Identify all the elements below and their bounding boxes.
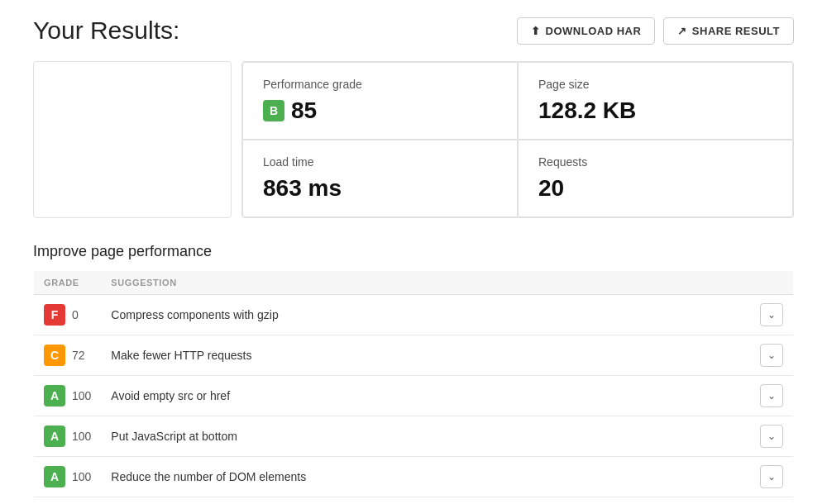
table-row: A 100 Make favicon small and cacheable⌄	[34, 497, 794, 505]
table-row: A 100 Reduce the number of DOM elements⌄	[34, 457, 794, 497]
requests-cell: Requests 20	[518, 140, 793, 217]
expand-cell: ⌄	[750, 457, 794, 497]
performance-grade-cell: Performance grade B 85	[242, 62, 518, 140]
performance-grade-badge: B	[263, 100, 284, 121]
table-row: C 72 Make fewer HTTP requests⌄	[34, 335, 794, 376]
expand-row-button[interactable]: ⌄	[760, 344, 783, 367]
grade-cell: A 100	[34, 497, 102, 505]
requests-value: 20	[538, 175, 772, 202]
expand-row-button[interactable]: ⌄	[760, 465, 783, 488]
load-time-label: Load time	[263, 155, 497, 169]
expand-cell: ⌄	[750, 497, 794, 505]
suggestion-cell: Compress components with gzip	[101, 295, 750, 335]
suggestion-column-header: SUGGESTION	[101, 271, 750, 295]
table-header-row: GRADE SUGGESTION	[34, 271, 794, 295]
grade-cell: A 100	[34, 376, 102, 416]
row-suggestion: Avoid empty src or href	[111, 389, 230, 402]
table-row: A 100 Put JavaScript at bottom⌄	[34, 416, 794, 457]
row-score: 100	[72, 389, 91, 402]
metrics-container: Performance grade B 85 Page size 128.2 K…	[33, 61, 794, 218]
grade-badge: A	[44, 426, 65, 447]
expand-cell: ⌄	[750, 295, 794, 335]
requests-label: Requests	[538, 155, 772, 169]
suggestion-cell: Avoid empty src or href	[101, 376, 750, 416]
expand-row-button[interactable]: ⌄	[760, 384, 783, 407]
share-icon: ↗	[677, 25, 687, 37]
share-result-button[interactable]: ↗ SHARE RESULT	[663, 17, 794, 45]
expand-cell: ⌄	[750, 376, 794, 416]
grade-cell: A 100	[34, 416, 102, 457]
suggestion-cell: Make favicon small and cacheable	[101, 497, 750, 505]
expand-column-header	[750, 271, 794, 295]
row-score: 100	[72, 470, 91, 483]
page-title: Your Results:	[33, 17, 179, 45]
suggestion-cell: Make fewer HTTP requests	[101, 335, 750, 376]
share-result-label: SHARE RESULT	[692, 25, 780, 37]
table-row: A 100 Avoid empty src or href⌄	[34, 376, 794, 416]
row-score: 72	[72, 349, 85, 362]
table-row: F 0 Compress components with gzip⌄	[34, 295, 794, 335]
grade-badge: A	[44, 385, 65, 407]
row-suggestion: Put JavaScript at bottom	[111, 430, 237, 443]
suggestion-cell: Put JavaScript at bottom	[101, 416, 750, 457]
grade-cell: C 72	[34, 335, 102, 376]
row-score: 0	[72, 308, 79, 321]
upload-icon: ⬆	[531, 25, 541, 37]
row-score: 100	[72, 430, 91, 443]
page-size-label: Page size	[538, 78, 772, 91]
improvements-title: Improve page performance	[33, 243, 794, 260]
row-suggestion: Make fewer HTTP requests	[111, 349, 251, 362]
metrics-grid: Performance grade B 85 Page size 128.2 K…	[241, 61, 794, 218]
download-har-button[interactable]: ⬆ DOWNLOAD HAR	[517, 17, 655, 45]
header-buttons: ⬆ DOWNLOAD HAR ↗ SHARE RESULT	[517, 17, 794, 45]
grade-cell: F 0	[34, 295, 102, 335]
expand-cell: ⌄	[750, 416, 794, 457]
performance-grade-value: B 85	[263, 97, 497, 124]
expand-row-button[interactable]: ⌄	[760, 303, 783, 326]
download-har-label: DOWNLOAD HAR	[546, 25, 642, 37]
performance-grade-number: 85	[291, 97, 317, 124]
grade-badge: F	[44, 304, 65, 326]
page-size-cell: Page size 128.2 KB	[518, 62, 793, 140]
screenshot-box	[33, 61, 232, 218]
load-time-cell: Load time 863 ms	[242, 140, 518, 217]
grade-badge: C	[44, 345, 65, 366]
load-time-value: 863 ms	[263, 175, 497, 202]
row-suggestion: Compress components with gzip	[111, 308, 278, 321]
expand-cell: ⌄	[750, 335, 794, 376]
grade-cell: A 100	[34, 457, 102, 497]
improvements-table: GRADE SUGGESTION F 0 Compress components…	[33, 270, 794, 504]
grade-column-header: GRADE	[34, 271, 102, 295]
expand-row-button[interactable]: ⌄	[760, 425, 783, 448]
page-size-value: 128.2 KB	[538, 97, 772, 124]
grade-badge: A	[44, 466, 65, 487]
performance-grade-label: Performance grade	[263, 78, 497, 91]
row-suggestion: Reduce the number of DOM elements	[111, 470, 306, 483]
suggestion-cell: Reduce the number of DOM elements	[101, 457, 750, 497]
improvements-section: Improve page performance GRADE SUGGESTIO…	[33, 243, 794, 504]
